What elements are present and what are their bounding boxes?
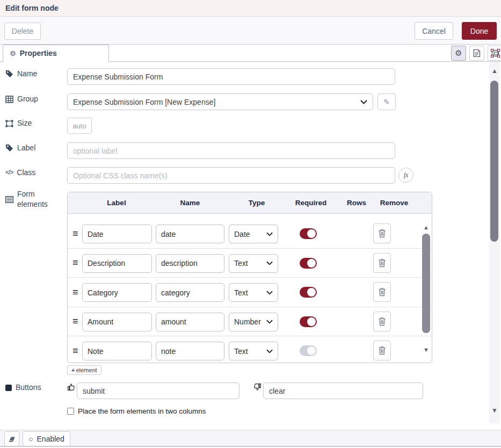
dialog-titlebar: Edit form node <box>0 0 501 17</box>
list-box-icon <box>5 196 13 203</box>
table-grid-icon <box>5 96 13 103</box>
element-label-input[interactable] <box>82 283 152 302</box>
element-type-select[interactable]: Text <box>229 254 278 273</box>
element-name-input[interactable] <box>156 283 224 302</box>
element-name-input[interactable] <box>156 342 224 360</box>
tag-icon <box>5 70 13 78</box>
book-icon <box>8 436 16 443</box>
label-field-label: Label <box>5 143 35 153</box>
trash-icon <box>378 346 386 355</box>
delete-element-button[interactable] <box>373 312 391 331</box>
element-name-input[interactable] <box>156 313 224 331</box>
clear-button-input[interactable] <box>263 382 423 399</box>
element-type-select[interactable]: Text <box>229 283 278 302</box>
two-columns-checkbox[interactable] <box>67 408 74 415</box>
drag-handle-icon[interactable]: ≡ <box>72 286 78 298</box>
required-toggle[interactable] <box>300 287 317 298</box>
delete-element-button[interactable] <box>373 223 391 243</box>
chevron-down-icon <box>266 291 273 295</box>
trash-icon <box>378 258 386 268</box>
thumbs-up-icon <box>67 382 76 392</box>
scroll-up-icon[interactable]: ▲ <box>489 67 500 75</box>
form-elements-table: Label Name Type Required Rows Remove ≡ D… <box>67 192 432 363</box>
required-toggle[interactable] <box>300 345 317 356</box>
dialog-buttonbar: Delete Cancel Done <box>0 17 501 45</box>
trash-icon <box>378 317 386 326</box>
form-element-row: ≡ Text <box>68 249 432 278</box>
fx-icon: fx <box>404 171 409 179</box>
label-input[interactable] <box>67 142 395 159</box>
dialog-scrollbar-thumb[interactable] <box>490 81 498 242</box>
fx-expand-button[interactable]: fx <box>398 168 413 183</box>
element-type-select[interactable]: Text <box>229 342 278 360</box>
table-scrollbar[interactable]: ▲ ▼ <box>422 216 431 361</box>
name-field-label: Name <box>5 69 37 79</box>
dialog-scrollbar[interactable]: ▲ ▼ <box>489 62 500 423</box>
element-label-input[interactable] <box>82 313 152 331</box>
form-element-row: ≡ Text <box>68 278 432 307</box>
done-button[interactable]: Done <box>462 22 497 40</box>
column-header-type: Type <box>249 192 265 214</box>
gear-icon: ⚙ <box>455 48 462 58</box>
chevron-down-icon <box>266 320 273 324</box>
required-toggle[interactable] <box>300 316 317 327</box>
element-label-input[interactable] <box>82 254 152 273</box>
cancel-button[interactable]: Cancel <box>415 22 453 40</box>
column-header-rows: Rows <box>347 192 366 214</box>
delete-element-button[interactable] <box>373 282 391 302</box>
scroll-down-icon[interactable]: ▼ <box>422 346 431 353</box>
appearance-tab-button[interactable] <box>488 46 501 61</box>
tag-icon <box>5 144 13 152</box>
required-toggle[interactable] <box>300 228 317 239</box>
element-label-input[interactable] <box>82 342 152 360</box>
gear-icon: ⚙ <box>10 49 16 57</box>
element-type-select[interactable]: Date <box>229 225 278 243</box>
column-header-remove: Remove <box>380 192 409 214</box>
class-field-label: </> Class <box>5 168 35 178</box>
column-header-label: Label <box>107 192 126 214</box>
delete-button[interactable]: Delete <box>4 23 41 40</box>
plus-icon: + <box>71 367 75 373</box>
thumbs-down-icon <box>253 382 262 392</box>
docs-button[interactable] <box>4 431 19 446</box>
submit-button-input[interactable] <box>77 382 239 399</box>
drag-handle-icon[interactable]: ≡ <box>72 257 78 269</box>
add-element-button[interactable]: + element <box>67 365 101 375</box>
element-label-input[interactable] <box>82 225 152 243</box>
group-select[interactable]: Expense Submission Form [New Expense] <box>67 93 373 110</box>
edit-group-button[interactable]: ✎ <box>377 93 396 110</box>
size-field-label: Size <box>5 118 32 128</box>
size-frame-icon <box>5 120 13 127</box>
dialog-title: Edit form node <box>5 0 59 17</box>
delete-element-button[interactable] <box>373 341 391 360</box>
pencil-icon: ✎ <box>383 98 390 106</box>
element-type-select[interactable]: Number <box>229 313 278 331</box>
enabled-label: Enabled <box>37 435 64 443</box>
class-input[interactable] <box>67 167 395 184</box>
chevron-down-icon <box>266 261 273 265</box>
description-tab-button[interactable] <box>469 46 484 61</box>
enabled-toggle-button[interactable]: ○ Enabled <box>23 431 70 446</box>
chevron-down-icon <box>360 100 367 104</box>
tab-properties[interactable]: ⚙ Properties <box>3 45 109 62</box>
size-auto-button[interactable]: auto <box>67 118 92 134</box>
element-name-input[interactable] <box>156 225 224 243</box>
required-toggle[interactable] <box>300 258 317 269</box>
drag-handle-icon[interactable]: ≡ <box>72 345 78 356</box>
form-element-row: ≡ Date <box>68 219 432 249</box>
delete-element-button[interactable] <box>373 253 391 273</box>
tab-bar: ⚙ Properties ⚙ <box>0 45 501 62</box>
tab-properties-label: Properties <box>20 49 57 57</box>
name-input[interactable] <box>67 68 395 85</box>
buttons-field-label: Buttons <box>5 382 41 393</box>
trash-icon <box>378 229 386 238</box>
drag-handle-icon[interactable]: ≡ <box>72 228 78 239</box>
properties-tab-button[interactable]: ⚙ <box>451 46 466 61</box>
drag-handle-icon[interactable]: ≡ <box>72 316 78 327</box>
group-field-label: Group <box>5 94 38 104</box>
scroll-down-icon[interactable]: ▼ <box>489 407 500 414</box>
form-elements-field-label: Form elements <box>5 189 48 209</box>
scroll-up-icon[interactable]: ▲ <box>422 223 431 231</box>
table-scrollbar-thumb[interactable] <box>422 234 430 333</box>
element-name-input[interactable] <box>156 254 224 273</box>
